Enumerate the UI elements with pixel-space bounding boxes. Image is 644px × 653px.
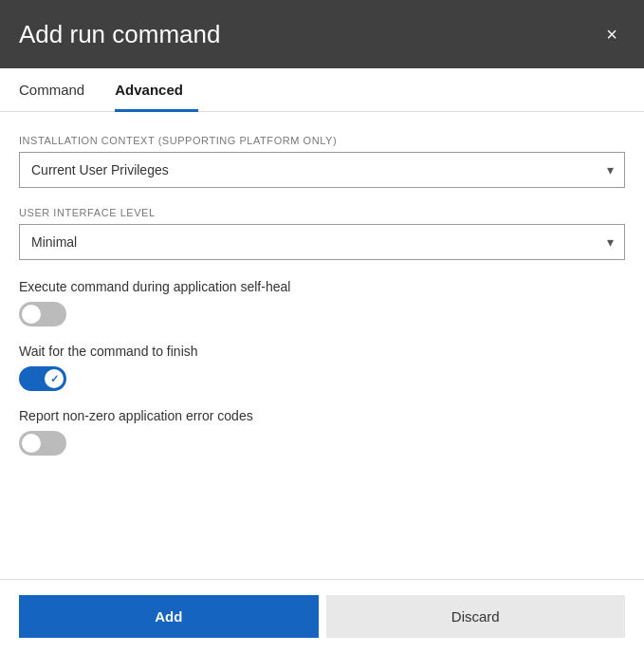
self-heal-label: Execute command during application self-… bbox=[19, 279, 625, 294]
add-run-command-dialog: Add run command × Command Advanced INSTA… bbox=[0, 0, 644, 653]
wait-finish-toggle[interactable]: ✓ bbox=[19, 366, 66, 391]
self-heal-track bbox=[19, 302, 66, 326]
ui-level-select[interactable]: Minimal Normal Hidden Full bbox=[19, 224, 625, 260]
add-button[interactable]: Add bbox=[19, 595, 319, 638]
self-heal-toggle[interactable] bbox=[19, 302, 66, 326]
report-errors-toggle-row: Report non-zero application error codes bbox=[19, 408, 625, 456]
report-errors-label: Report non-zero application error codes bbox=[19, 408, 625, 423]
dialog-title: Add run command bbox=[19, 20, 220, 49]
installation-context-label: INSTALLATION CONTEXT (SUPPORTING PLATFOR… bbox=[19, 135, 625, 146]
installation-context-wrapper: Current User Privileges System User ▾ bbox=[19, 152, 625, 188]
wait-finish-thumb: ✓ bbox=[45, 369, 64, 388]
installation-context-group: INSTALLATION CONTEXT (SUPPORTING PLATFOR… bbox=[19, 135, 625, 188]
dialog-body: INSTALLATION CONTEXT (SUPPORTING PLATFOR… bbox=[0, 112, 644, 579]
close-button[interactable]: × bbox=[598, 21, 625, 47]
discard-button[interactable]: Discard bbox=[326, 595, 626, 638]
dialog-footer: Add Discard bbox=[0, 579, 644, 653]
wait-finish-label: Wait for the command to finish bbox=[19, 344, 625, 359]
wait-finish-toggle-row: Wait for the command to finish ✓ bbox=[19, 344, 625, 391]
dialog-header: Add run command × bbox=[0, 0, 644, 68]
tab-advanced[interactable]: Advanced bbox=[115, 68, 198, 112]
report-errors-track bbox=[19, 431, 66, 456]
wait-finish-check-icon: ✓ bbox=[50, 373, 59, 385]
ui-level-label: USER INTERFACE LEVEL bbox=[19, 207, 625, 218]
wait-finish-track: ✓ bbox=[19, 366, 66, 391]
tab-bar: Command Advanced bbox=[0, 68, 644, 112]
tab-command[interactable]: Command bbox=[19, 68, 100, 112]
installation-context-select[interactable]: Current User Privileges System User bbox=[19, 152, 625, 188]
self-heal-toggle-row: Execute command during application self-… bbox=[19, 279, 625, 326]
report-errors-toggle[interactable] bbox=[19, 431, 66, 456]
ui-level-wrapper: Minimal Normal Hidden Full ▾ bbox=[19, 224, 625, 260]
self-heal-thumb bbox=[22, 305, 41, 324]
ui-level-group: USER INTERFACE LEVEL Minimal Normal Hidd… bbox=[19, 207, 625, 260]
report-errors-thumb bbox=[22, 434, 41, 453]
